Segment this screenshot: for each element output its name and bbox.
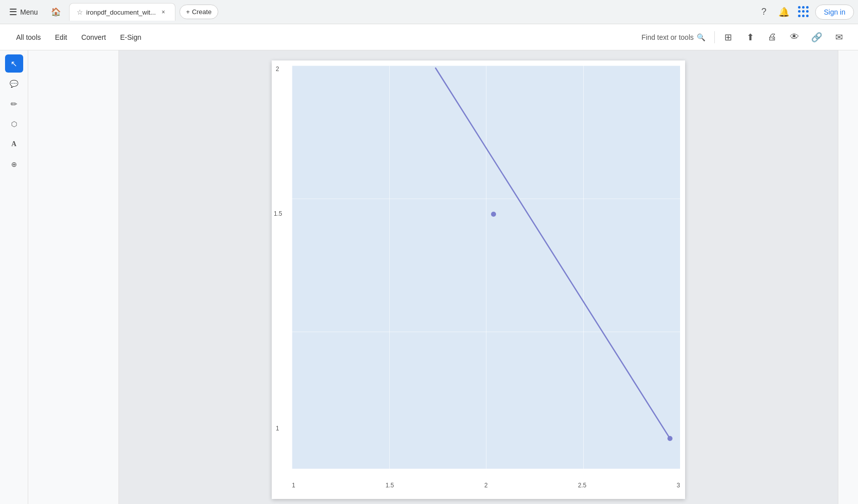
text-tool-button[interactable]: A xyxy=(5,135,23,153)
upload-icon: ⬆ xyxy=(747,32,754,43)
svg-point-2 xyxy=(667,436,672,441)
main-layout: ↖ 💬 ✏ ⬡ A ⊕ xyxy=(0,50,858,504)
link-icon: 🔗 xyxy=(811,32,822,43)
link-button[interactable]: 🔗 xyxy=(808,28,826,46)
esign-menu-item[interactable]: E-Sign xyxy=(114,30,147,44)
toolbar-right: Find text or tools 🔍 ⊞ ⬆ 🖨 👁 🔗 ✉ xyxy=(637,28,848,46)
ai-button[interactable]: 👁 xyxy=(785,28,804,46)
shapes-icon: ⬡ xyxy=(11,120,17,128)
ai-icon: 👁 xyxy=(790,32,799,42)
new-tab-button[interactable]: + Create xyxy=(179,5,218,19)
text-icon: A xyxy=(11,140,16,148)
canvas-area[interactable]: 2 1.5 1 1 1.5 2 2.5 3 xyxy=(119,50,838,504)
x-label-3: 3 xyxy=(677,482,680,489)
edit-menu-item[interactable]: Edit xyxy=(49,30,73,44)
convert-menu-item[interactable]: Convert xyxy=(75,30,112,44)
plus-icon: + xyxy=(186,8,190,16)
home-icon: 🏠 xyxy=(51,7,61,17)
menu-button[interactable]: ☰ Menu xyxy=(4,4,43,21)
view-button[interactable]: ⊞ xyxy=(719,28,737,46)
tab-area: ☆ ironpdf_document_wit... × + Create xyxy=(69,3,751,21)
left-panel xyxy=(28,50,119,504)
stamp-icon: ⊕ xyxy=(11,160,17,168)
draw-icon: ✏ xyxy=(11,99,17,109)
y-axis-label-1: 1 xyxy=(276,425,279,432)
comment-tool-button[interactable]: 💬 xyxy=(5,75,23,93)
browser-actions: ? 🔔 Sign in xyxy=(755,3,854,21)
x-label-1: 1 xyxy=(292,482,295,489)
sign-in-button[interactable]: Sign in xyxy=(815,5,854,20)
select-tool-button[interactable]: ↖ xyxy=(5,54,23,73)
bell-icon: 🔔 xyxy=(778,7,789,18)
new-tab-label: Create xyxy=(192,8,212,16)
x-axis-labels: 1 1.5 2 2.5 3 xyxy=(292,482,680,489)
find-tools-label: Find text or tools xyxy=(642,33,694,41)
x-label-2: 2 xyxy=(484,482,488,489)
y-axis-label-2: 2 xyxy=(276,66,279,73)
grid-line-v-right xyxy=(680,66,681,469)
shapes-tool-button[interactable]: ⬡ xyxy=(5,115,23,133)
apps-button[interactable] xyxy=(795,3,813,21)
x-label-2-5: 2.5 xyxy=(578,482,586,489)
chart-line-svg xyxy=(292,66,680,469)
active-tab[interactable]: ☆ ironpdf_document_wit... × xyxy=(69,3,175,21)
toolbar-menu: All tools Edit Convert E-Sign xyxy=(10,30,147,44)
svg-point-1 xyxy=(491,212,496,217)
tab-favicon: ☆ xyxy=(77,8,83,16)
email-icon: ✉ xyxy=(835,32,843,43)
stamp-tool-button[interactable]: ⊕ xyxy=(5,155,23,173)
right-sidebar xyxy=(838,50,858,504)
toolbar-divider-1 xyxy=(714,31,715,43)
grid-line-h-bottom xyxy=(292,469,680,469)
tab-close-button[interactable]: × xyxy=(159,8,168,17)
tab-title: ironpdf_document_wit... xyxy=(86,9,156,16)
home-button[interactable]: 🏠 xyxy=(47,3,65,21)
comment-icon: 💬 xyxy=(10,80,18,88)
x-label-1-5: 1.5 xyxy=(386,482,394,489)
search-icon: 🔍 xyxy=(697,33,705,41)
tools-sidebar: ↖ 💬 ✏ ⬡ A ⊕ xyxy=(0,50,28,504)
print-button[interactable]: 🖨 xyxy=(763,28,781,46)
view-icon: ⊞ xyxy=(724,32,732,43)
hamburger-icon: ☰ xyxy=(9,7,17,18)
notifications-button[interactable]: 🔔 xyxy=(775,3,793,21)
toolbar: All tools Edit Convert E-Sign Find text … xyxy=(0,24,858,50)
y-axis-label-1-5: 1.5 xyxy=(274,210,282,217)
pdf-document: 2 1.5 1 1 1.5 2 2.5 3 xyxy=(272,60,685,499)
menu-label: Menu xyxy=(20,8,38,16)
email-button[interactable]: ✉ xyxy=(830,28,848,46)
apps-icon xyxy=(798,6,810,18)
help-icon: ? xyxy=(761,7,766,17)
all-tools-menu-item[interactable]: All tools xyxy=(10,30,47,44)
svg-line-0 xyxy=(436,68,670,438)
cursor-icon: ↖ xyxy=(11,59,17,69)
find-tools-button[interactable]: Find text or tools 🔍 xyxy=(637,30,711,44)
chart-container xyxy=(292,66,680,469)
upload-button[interactable]: ⬆ xyxy=(741,28,759,46)
browser-bar: ☰ Menu 🏠 ☆ ironpdf_document_wit... × + C… xyxy=(0,0,858,24)
draw-tool-button[interactable]: ✏ xyxy=(5,95,23,113)
print-icon: 🖨 xyxy=(768,32,777,42)
help-button[interactable]: ? xyxy=(755,3,773,21)
